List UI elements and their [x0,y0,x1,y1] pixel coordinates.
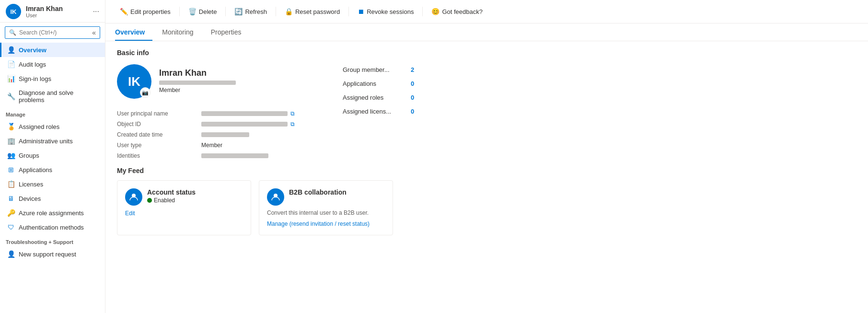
sidebar-item-licenses[interactable]: 📋 Licenses [0,177,105,191]
object-id-copy-icon[interactable]: ⧉ [290,121,295,128]
sidebar-item-admin-units-label: Administrative units [19,138,73,145]
toolbar: ✏️ Edit properties 🗑️ Delete 🔄 Refresh 🔒… [105,0,868,23]
sidebar-item-assigned-roles[interactable]: 🏅 Assigned roles [0,119,105,134]
group-member-value[interactable]: 2 [411,66,414,73]
content-area: Basic info IK 📷 Imran Khan Member [105,41,868,313]
sidebar-item-azure-roles[interactable]: 🔑 Azure role assignments [0,206,105,220]
new-support-icon: 👤 [7,250,15,258]
sidebar-item-sign-in-logs[interactable]: 📊 Sign-in logs [0,71,105,86]
sidebar-nav: 👤 Overview 📄 Audit logs 📊 Sign-in logs 🔧… [0,43,105,265]
revoke-sessions-button[interactable]: ⏹ Revoke sessions [353,5,418,18]
collapse-icon[interactable]: « [92,29,96,36]
assigned-roles-stat-value[interactable]: 0 [411,94,414,101]
support-section-label: Troubleshooting + Support [0,234,105,247]
account-card-title: Account status [147,188,196,196]
reset-password-button[interactable]: 🔒 Reset password [280,5,345,18]
email-redacted [159,81,236,85]
delete-button[interactable]: 🗑️ Delete [184,5,222,18]
sidebar: IK Imran Khan User ··· 🔍 « 👤 Overview 📄 … [0,0,105,313]
sidebar-item-applications-label: Applications [19,166,52,174]
revoke-icon: ⏹ [358,8,364,15]
object-id-redacted [201,122,288,127]
toolbar-divider-1 [179,7,180,16]
sidebar-item-sign-in-logs-label: Sign-in logs [19,75,51,82]
user-profile: IK 📷 Imran Khan Member [117,64,295,99]
fields-grid: User principal name ⧉ Object ID ⧉ Create… [117,110,295,159]
camera-icon[interactable]: 📷 [140,87,150,98]
sidebar-item-azure-roles-label: Azure role assignments [19,209,84,217]
refresh-button[interactable]: 🔄 Refresh [230,5,272,18]
user-type-label: User type [117,142,194,149]
upn-redacted [201,111,288,116]
licenses-icon: 📋 [7,180,15,188]
tabs: Overview Monitoring Properties [105,23,868,41]
sidebar-item-diagnose[interactable]: 🔧 Diagnose and solve problems [0,86,105,107]
toolbar-divider-3 [276,7,276,16]
edit-properties-button[interactable]: ✏️ Edit properties [115,5,175,18]
sidebar-user-info: Imran Khan User [26,5,88,18]
sidebar-header: IK Imran Khan User ··· [0,0,105,23]
stat-applications: Applications 0 [343,80,414,87]
admin-units-icon: 🏢 [7,137,15,145]
b2b-card-avatar [267,188,284,206]
sign-in-logs-icon: 📊 [7,75,15,82]
applications-icon: ⊞ [7,166,15,174]
assigned-licens-value[interactable]: 0 [411,108,414,115]
feedback-button[interactable]: 😊 Got feedback? [427,5,487,18]
sidebar-user-name: Imran Khan [26,5,88,12]
stat-assigned-roles: Assigned roles 0 [343,94,414,101]
user-avatar-large: IK 📷 [117,64,151,99]
upn-copy-icon[interactable]: ⧉ [290,110,295,117]
audit-logs-icon: 📄 [7,60,15,68]
account-status-card: Account status Enabled Edit [117,180,251,235]
user-email [159,79,236,86]
sidebar-item-admin-units[interactable]: 🏢 Administrative units [0,134,105,148]
assigned-roles-stat-label: Assigned roles [343,94,405,101]
created-redacted [201,132,249,137]
identities-value [201,153,295,158]
tab-monitoring[interactable]: Monitoring [162,23,201,41]
tab-overview[interactable]: Overview [115,23,152,41]
user-profile-info: Imran Khan Member [159,68,236,93]
sidebar-item-new-support-label: New support request [19,251,76,258]
main-content: ✏️ Edit properties 🗑️ Delete 🔄 Refresh 🔒… [105,0,868,313]
sidebar-avatar: IK [6,4,21,19]
toolbar-divider-2 [225,7,226,16]
basic-info-wrapper: IK 📷 Imran Khan Member User principal na… [117,64,856,167]
user-full-name: Imran Khan [159,68,236,78]
feed-cards: Account status Enabled Edit [117,180,856,235]
b2b-card: B2B collaboration Convert this internal … [259,180,393,235]
reset-pwd-icon: 🔒 [285,8,293,15]
applications-stat-value[interactable]: 0 [411,80,414,87]
tab-properties[interactable]: Properties [211,23,249,41]
upn-value: ⧉ [201,110,295,117]
sidebar-item-auth-methods[interactable]: 🛡 Authentication methods [0,220,105,234]
delete-icon: 🗑️ [188,8,197,15]
b2b-card-desc: Convert this internal user to a B2B user… [267,209,385,216]
sidebar-more-icon[interactable]: ··· [93,7,99,16]
left-panel: IK 📷 Imran Khan Member User principal na… [117,64,295,167]
b2b-card-manage-link[interactable]: Manage (resend invitation / reset status… [267,220,370,227]
sidebar-item-diagnose-label: Diagnose and solve problems [19,89,99,104]
sidebar-item-new-support[interactable]: 👤 New support request [0,247,105,261]
sidebar-item-audit-logs[interactable]: 📄 Audit logs [0,57,105,71]
stat-assigned-licenses: Assigned licens... 0 [343,108,414,115]
my-feed-title: My Feed [117,167,856,174]
sidebar-item-assigned-roles-label: Assigned roles [19,123,59,130]
account-card-edit-link[interactable]: Edit [125,210,135,217]
manage-section-label: Manage [0,107,105,119]
assigned-licens-label: Assigned licens... [343,108,405,115]
sidebar-item-devices-label: Devices [19,195,41,202]
edit-icon: ✏️ [120,8,128,15]
sidebar-item-overview-label: Overview [19,46,46,54]
sidebar-item-overview[interactable]: 👤 Overview [0,43,105,57]
sidebar-item-groups[interactable]: 👥 Groups [0,148,105,162]
auth-methods-icon: 🛡 [7,223,15,231]
search-input[interactable] [19,29,89,36]
groups-icon: 👥 [7,151,15,159]
object-id-label: Object ID [117,121,194,128]
created-value [201,132,295,137]
identities-label: Identities [117,152,194,159]
sidebar-item-applications[interactable]: ⊞ Applications [0,162,105,177]
sidebar-item-devices[interactable]: 🖥 Devices [0,191,105,206]
